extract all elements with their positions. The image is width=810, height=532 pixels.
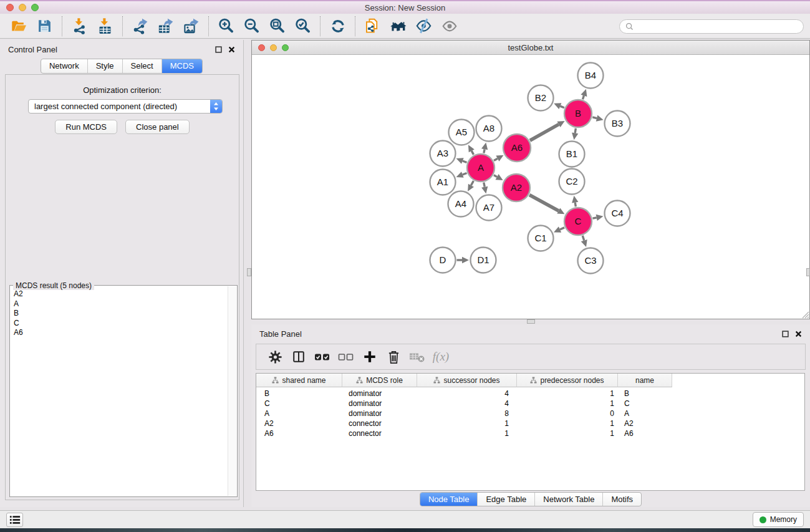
duplicate-network-button[interactable] (360, 15, 385, 37)
table-cell[interactable]: 1 (517, 419, 618, 428)
zoom-selected-button[interactable] (290, 15, 316, 37)
memory-button[interactable]: Memory (753, 512, 804, 527)
table-cell[interactable]: 1 (517, 429, 618, 438)
table-cell[interactable]: dominator (342, 399, 417, 408)
graph-edge-C-C4[interactable] (593, 218, 597, 218)
zoom-network-window-button[interactable] (282, 44, 289, 51)
table-cell[interactable]: C (618, 399, 672, 408)
graph-edge-B-B4[interactable] (582, 95, 584, 99)
float-panel-icon[interactable] (782, 331, 789, 337)
tab-network-table[interactable]: Network Table (534, 493, 602, 506)
table-cell[interactable]: 8 (417, 409, 517, 418)
close-panel-icon[interactable] (228, 46, 235, 53)
task-history-button[interactable] (6, 513, 23, 527)
graph-edge-B-B3[interactable] (592, 117, 597, 118)
mcds-result-item[interactable]: B (14, 309, 226, 319)
table-cell[interactable]: 1 (517, 389, 618, 398)
close-network-window-button[interactable] (258, 44, 265, 51)
minimize-network-window-button[interactable] (270, 44, 277, 51)
graph-edge-A-A6[interactable] (494, 158, 498, 160)
show-graphics-details-button[interactable] (436, 15, 462, 37)
column-header-successor-nodes[interactable]: successor nodes (417, 374, 517, 387)
table-cell[interactable]: C (256, 399, 342, 408)
zoom-out-button[interactable] (239, 15, 264, 37)
create-column-button[interactable] (358, 345, 382, 369)
graph-edge-A-A3[interactable] (463, 161, 467, 163)
table-cell[interactable]: A6 (618, 429, 672, 438)
table-cell[interactable]: 4 (417, 399, 517, 408)
tab-edge-table[interactable]: Edge Table (477, 493, 534, 506)
graph-edge-C-C3[interactable] (582, 236, 584, 241)
graph-edge-A-A4[interactable] (471, 181, 473, 185)
export-table-button[interactable] (153, 15, 178, 37)
table-settings-button[interactable] (263, 345, 287, 369)
splitter-grip-right[interactable] (806, 268, 810, 276)
table-cell[interactable]: B (618, 389, 672, 398)
show-columns-button[interactable] (287, 345, 311, 369)
open-session-button[interactable] (6, 15, 32, 37)
minimize-window-button[interactable] (19, 4, 26, 11)
column-header-name[interactable]: name (618, 374, 672, 387)
tab-select[interactable]: Select (122, 59, 162, 73)
graph-edge-A-A8[interactable] (484, 149, 485, 153)
delete-table-button[interactable] (405, 345, 429, 369)
delete-column-button[interactable] (382, 345, 405, 369)
tab-node-table[interactable]: Node Table (420, 493, 478, 506)
graph-edge-A-A5[interactable] (471, 151, 473, 155)
tab-motifs[interactable]: Motifs (602, 493, 641, 506)
import-network-button[interactable] (67, 15, 92, 37)
float-panel-icon[interactable] (215, 46, 222, 53)
table-cell[interactable]: 0 (517, 409, 618, 418)
table-row[interactable]: Bdominator41B (256, 389, 804, 399)
search-field[interactable] (619, 19, 804, 34)
mcds-result-item[interactable]: A6 (14, 328, 226, 338)
export-image-button[interactable] (178, 15, 204, 37)
save-session-button[interactable] (32, 15, 57, 37)
table-row[interactable]: Cdominator41C (256, 399, 804, 409)
table-row[interactable]: A2connector11A2 (256, 418, 804, 428)
export-network-button[interactable] (127, 15, 153, 37)
search-input[interactable] (637, 22, 798, 31)
zoom-window-button[interactable] (31, 4, 39, 11)
result-list-scrollbar[interactable] (228, 286, 236, 496)
refresh-layout-button[interactable] (325, 15, 350, 37)
column-header-MCDS-role[interactable]: MCDS role (342, 374, 417, 387)
table-cell[interactable]: 1 (517, 399, 618, 408)
tab-network[interactable]: Network (41, 59, 87, 73)
graph-edge-A-A1[interactable] (463, 173, 467, 175)
table-cell[interactable]: A2 (618, 419, 672, 428)
table-cell[interactable]: dominator (342, 389, 417, 398)
run-mcds-button[interactable]: Run MCDS (55, 120, 117, 134)
function-builder-button[interactable]: f(x) (429, 345, 453, 369)
table-row[interactable]: Adominator80A (256, 409, 804, 418)
table-cell[interactable]: connector (342, 419, 417, 428)
mcds-result-item[interactable]: A2 (14, 289, 226, 299)
network-canvas[interactable]: B4B2BB3A8A5A6B1A3AC2A1A2A4A7C4CC1C3DD1 (252, 55, 809, 319)
zoom-in-button[interactable] (213, 15, 239, 37)
table-cell[interactable]: A6 (256, 429, 342, 438)
tab-style[interactable]: Style (87, 59, 122, 73)
table-cell[interactable]: A (618, 409, 672, 418)
table-cell[interactable]: B (256, 389, 342, 398)
optimization-criterion-select[interactable]: largest connected component (directed) (28, 99, 223, 114)
window-resize-grip[interactable] (801, 310, 809, 319)
close-panel-button[interactable]: Close panel (125, 120, 190, 134)
table-cell[interactable]: 4 (417, 389, 517, 398)
graph-edge-A6-B[interactable] (530, 124, 559, 140)
unselect-all-columns-button[interactable] (334, 345, 358, 369)
tab-mcds[interactable]: MCDS (162, 59, 202, 73)
zoom-fit-button[interactable] (264, 15, 290, 37)
hide-graphics-details-button[interactable] (411, 15, 436, 37)
mcds-result-item[interactable]: A (14, 299, 226, 309)
splitter-grip-left[interactable] (247, 268, 251, 276)
table-cell[interactable]: A (256, 409, 342, 418)
home-button[interactable] (385, 15, 411, 37)
splitter-grip-bottom[interactable] (527, 319, 535, 324)
table-row[interactable]: A6connector11A6 (256, 428, 804, 438)
graph-edge-C-C1[interactable] (560, 228, 564, 230)
table-cell[interactable]: dominator (342, 409, 417, 418)
select-all-columns-button[interactable] (311, 345, 334, 369)
table-cell[interactable]: connector (342, 429, 417, 438)
graph-edge-B-B1[interactable] (575, 128, 576, 133)
mcds-result-item[interactable]: C (14, 319, 226, 329)
